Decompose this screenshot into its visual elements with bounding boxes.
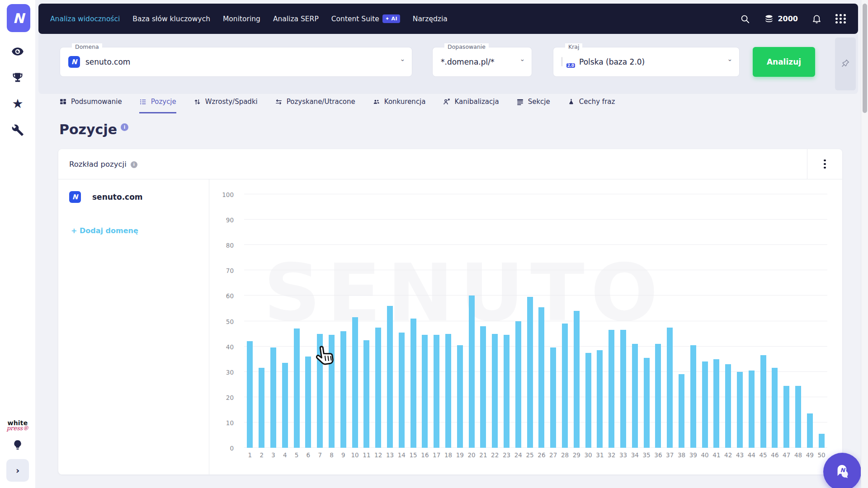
bar[interactable] <box>807 413 813 448</box>
bar[interactable] <box>247 341 253 448</box>
bar[interactable] <box>644 358 650 448</box>
tab-pozyskane-utracone[interactable]: Pozyskane/Utracone <box>275 98 355 113</box>
svg-text:N: N <box>840 467 845 474</box>
tab-konkurencja[interactable]: Konkurencja <box>373 98 426 113</box>
tab-label: Cechy fraz <box>579 98 615 106</box>
domain-select[interactable]: Domena N senuto.com ˅ <box>60 47 412 77</box>
credits-counter[interactable]: 2000 <box>764 14 798 24</box>
scrollbar-thumb[interactable] <box>863 4 867 113</box>
bar[interactable] <box>387 306 393 448</box>
x-axis-tick-label: 8 <box>326 451 338 459</box>
x-axis-tick-label: 50 <box>816 451 827 459</box>
bar[interactable] <box>585 353 591 448</box>
nav-item-analiza-serp[interactable]: Analiza SERP <box>273 15 319 23</box>
trophy-icon[interactable] <box>11 71 24 84</box>
bar[interactable] <box>399 333 405 448</box>
bar[interactable] <box>282 363 288 448</box>
x-axis-tick-label: 6 <box>302 451 314 459</box>
bar[interactable] <box>259 368 264 448</box>
tab-pozycje[interactable]: Pozycje <box>139 98 176 113</box>
add-domain-button[interactable]: + Dodaj domenę <box>71 226 198 235</box>
bar[interactable] <box>410 319 416 448</box>
star-icon[interactable]: ★ <box>11 98 24 110</box>
bar[interactable] <box>725 364 731 448</box>
tab-sekcje[interactable]: Sekcje <box>516 98 550 113</box>
bar[interactable] <box>270 347 276 448</box>
chat-bubbles-icon: N <box>832 461 853 482</box>
nav-item-baza-slow-kluczowych[interactable]: Baza słów kluczowych <box>132 15 210 23</box>
bar[interactable] <box>795 386 801 448</box>
bar[interactable] <box>737 372 743 448</box>
domain-select-value: senuto.com <box>85 57 130 66</box>
bar[interactable] <box>632 344 638 448</box>
tab-kanibalizacja[interactable]: Kanibalizacja <box>443 98 499 113</box>
bar[interactable] <box>713 359 719 448</box>
bar[interactable] <box>609 330 614 448</box>
bar[interactable] <box>574 311 580 448</box>
bar[interactable] <box>667 328 673 448</box>
bar[interactable] <box>702 361 708 448</box>
nav-item-content-suite[interactable]: Content Suite✦ AI <box>331 14 400 23</box>
match-select[interactable]: Dopasowanie *.domena.pl/* ˅ <box>432 47 532 77</box>
analyze-button[interactable]: Analizuj <box>753 47 815 77</box>
lightbulb-icon[interactable] <box>12 439 24 451</box>
x-axis-tick-label: 23 <box>501 451 513 459</box>
bar[interactable] <box>375 328 381 448</box>
bar[interactable] <box>819 434 825 448</box>
bar[interactable] <box>340 331 346 448</box>
bar[interactable] <box>469 296 475 448</box>
bar[interactable] <box>492 334 498 448</box>
bar[interactable] <box>515 321 521 448</box>
sections-icon <box>516 98 524 106</box>
x-axis-tick-label: 4 <box>279 451 291 459</box>
bar[interactable] <box>783 386 789 448</box>
bar[interactable] <box>562 324 568 448</box>
card-menu-button[interactable] <box>807 149 842 179</box>
positions-distribution-card: Rozkład pozycji i N senuto.com + Dodaj d… <box>58 149 842 474</box>
bar[interactable] <box>620 330 626 448</box>
tab-podsumowanie[interactable]: Podsumowanie <box>59 98 122 113</box>
tab-cechy-fraz[interactable]: Cechy fraz <box>567 98 615 113</box>
bar[interactable] <box>679 374 684 448</box>
bell-icon[interactable] <box>811 14 822 24</box>
country-select[interactable]: Kraj 2.0 Polska (baza 2.0) ˅ <box>553 47 740 77</box>
bar[interactable] <box>550 347 556 448</box>
bar[interactable] <box>434 335 439 448</box>
bar[interactable] <box>363 340 369 448</box>
x-axis-tick-label: 35 <box>641 451 652 459</box>
bar[interactable] <box>527 297 533 448</box>
bar[interactable] <box>760 355 766 448</box>
nav-item-narzedzia[interactable]: Narzędzia <box>413 15 448 23</box>
bar[interactable] <box>422 335 428 448</box>
bar[interactable] <box>305 357 311 448</box>
card-info-icon[interactable]: i <box>131 161 137 168</box>
sidebar-expand-button[interactable]: › <box>6 459 29 482</box>
bar[interactable] <box>772 368 778 448</box>
nav-label: Baza słów kluczowych <box>132 15 210 23</box>
nav-label: Content Suite <box>331 15 379 23</box>
whitepress-logo[interactable]: white press® <box>7 420 29 431</box>
nav-item-analiza-widocznosci[interactable]: Analiza widoczności <box>50 15 120 23</box>
tab-wzrosty-spadki[interactable]: Wzrosty/Spadki <box>193 98 258 113</box>
bar[interactable] <box>749 371 755 448</box>
senuto-logo[interactable]: N <box>7 4 30 32</box>
search-icon[interactable] <box>740 14 750 24</box>
bar[interactable] <box>294 328 300 448</box>
page-title-info-icon[interactable]: i <box>121 123 128 131</box>
bar[interactable] <box>538 307 544 448</box>
bar[interactable] <box>352 317 358 448</box>
bar[interactable] <box>690 345 696 448</box>
bar[interactable] <box>504 335 509 448</box>
apps-grid-icon[interactable] <box>835 14 846 23</box>
pin-panel[interactable] <box>835 38 856 90</box>
bar[interactable] <box>480 326 486 448</box>
visibility-eye-icon[interactable] <box>11 45 24 58</box>
domain-legend-item[interactable]: N senuto.com <box>69 191 198 203</box>
bar[interactable] <box>597 350 603 448</box>
bar[interactable] <box>457 345 463 448</box>
bar[interactable] <box>445 334 451 448</box>
wrench-icon[interactable] <box>11 124 24 136</box>
nav-item-monitoring[interactable]: Monitoring <box>223 15 260 23</box>
chat-widget-button[interactable]: N <box>823 453 861 488</box>
bar[interactable] <box>655 344 661 448</box>
